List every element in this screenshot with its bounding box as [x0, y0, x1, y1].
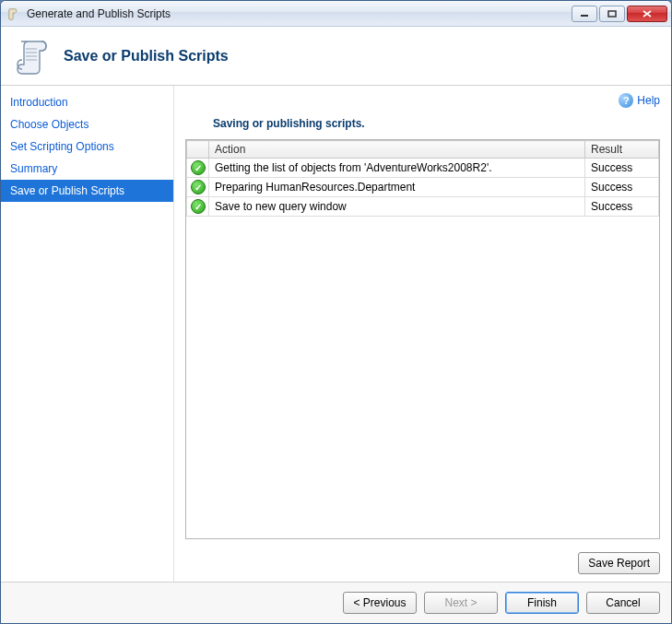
help-row: ? Help — [185, 93, 660, 108]
section-heading: Saving or publishing scripts. — [213, 117, 660, 130]
help-link[interactable]: Help — [637, 94, 660, 107]
scroll-icon — [12, 34, 53, 78]
sidebar-item-save-or-publish-scripts[interactable]: Save or Publish Scripts — [1, 180, 173, 202]
save-report-row: Save Report — [185, 548, 660, 582]
cell-action: Save to new query window — [209, 197, 585, 217]
page-title: Save or Publish Scripts — [64, 48, 229, 65]
col-status — [187, 141, 209, 159]
cell-result: Success — [585, 197, 659, 217]
wizard-window: Generate and Publish Scripts — [0, 0, 672, 624]
save-report-button[interactable]: Save Report — [578, 552, 660, 574]
wizard-footer: < Previous Next > Finish Cancel — [1, 582, 671, 623]
sidebar-item-set-scripting-options[interactable]: Set Scripting Options — [1, 135, 173, 158]
cell-action: Preparing HumanResources.Department — [209, 178, 585, 197]
svg-rect-1 — [608, 11, 616, 17]
success-icon: ✓ — [191, 180, 206, 194]
table-row: ✓ Getting the list of objects from 'Adve… — [187, 159, 659, 178]
progress-table-container: Action Result ✓ Getting the list of obje… — [185, 139, 660, 539]
sidebar-item-introduction[interactable]: Introduction — [1, 91, 173, 113]
progress-table: Action Result ✓ Getting the list of obje… — [186, 140, 659, 217]
close-button[interactable] — [627, 6, 667, 22]
success-icon: ✓ — [191, 199, 206, 214]
col-action: Action — [209, 141, 585, 159]
window-title: Generate and Publish Scripts — [27, 7, 572, 20]
cell-action: Getting the list of objects from 'Advent… — [209, 159, 585, 178]
header-panel: Save or Publish Scripts — [1, 27, 671, 86]
sidebar-item-choose-objects[interactable]: Choose Objects — [1, 113, 173, 135]
col-result: Result — [585, 141, 659, 159]
cell-result: Success — [585, 159, 659, 178]
table-row: ✓ Save to new query window Success — [187, 197, 659, 217]
previous-button[interactable]: < Previous — [343, 592, 417, 614]
cancel-button[interactable]: Cancel — [586, 592, 660, 614]
finish-button[interactable]: Finish — [505, 592, 579, 614]
minimize-button[interactable] — [572, 6, 597, 22]
help-icon[interactable]: ? — [619, 93, 633, 108]
wizard-body: Introduction Choose Objects Set Scriptin… — [1, 86, 671, 582]
svg-rect-0 — [581, 15, 588, 17]
content-panel: ? Help Saving or publishing scripts. Act… — [174, 86, 671, 582]
success-icon: ✓ — [191, 160, 206, 175]
maximize-button[interactable] — [599, 6, 625, 22]
next-button: Next > — [424, 592, 498, 614]
app-icon — [6, 6, 21, 21]
titlebar: Generate and Publish Scripts — [1, 1, 671, 27]
window-controls — [572, 6, 667, 22]
sidebar: Introduction Choose Objects Set Scriptin… — [1, 86, 174, 582]
cell-result: Success — [585, 178, 659, 197]
table-row: ✓ Preparing HumanResources.Department Su… — [187, 178, 659, 197]
sidebar-item-summary[interactable]: Summary — [1, 158, 173, 180]
